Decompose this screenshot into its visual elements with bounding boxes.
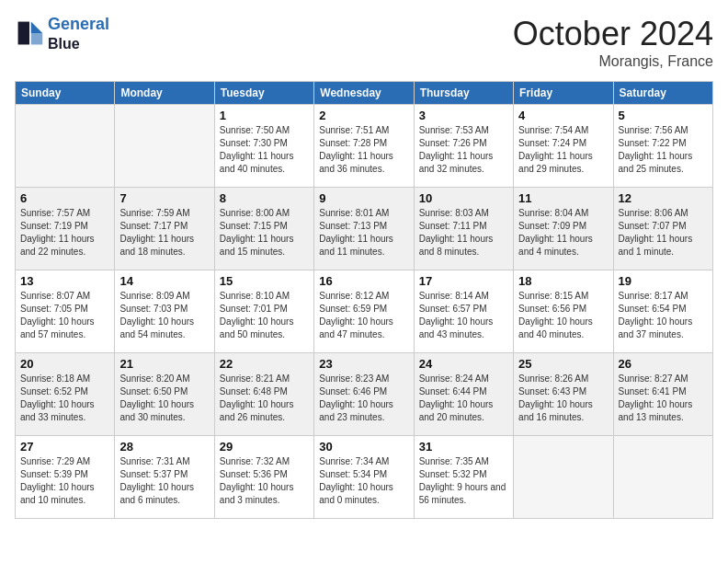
calendar-cell	[16, 105, 115, 188]
calendar: SundayMondayTuesdayWednesdayThursdayFrid…	[15, 81, 713, 519]
calendar-cell: 7Sunrise: 7:59 AMSunset: 7:17 PMDaylight…	[115, 188, 214, 270]
day-number: 28	[119, 440, 209, 454]
day-info: Sunrise: 7:54 AMSunset: 7:24 PMDaylight:…	[518, 124, 608, 176]
day-info: Sunrise: 8:10 AMSunset: 7:01 PMDaylight:…	[220, 290, 309, 341]
day-number: 17	[419, 274, 508, 288]
day-info: Sunrise: 7:59 AMSunset: 7:17 PMDaylight:…	[119, 207, 209, 259]
day-number: 3	[419, 109, 508, 122]
calendar-cell: 5Sunrise: 7:56 AMSunset: 7:22 PMDaylight…	[613, 105, 712, 188]
day-number: 9	[319, 191, 408, 205]
logo-general: General	[48, 15, 109, 33]
day-info: Sunrise: 7:31 AMSunset: 5:37 PMDaylight:…	[119, 455, 209, 507]
calendar-cell: 16Sunrise: 8:12 AMSunset: 6:59 PMDayligh…	[314, 270, 414, 353]
calendar-cell: 14Sunrise: 8:09 AMSunset: 7:03 PMDayligh…	[115, 270, 214, 353]
day-number: 24	[419, 357, 508, 371]
weekday-header-friday: Friday	[514, 82, 613, 105]
calendar-cell: 29Sunrise: 7:32 AMSunset: 5:36 PMDayligh…	[214, 436, 313, 519]
calendar-week-4: 20Sunrise: 8:18 AMSunset: 6:52 PMDayligh…	[16, 353, 713, 436]
day-info: Sunrise: 7:29 AMSunset: 5:39 PMDaylight:…	[20, 455, 109, 507]
calendar-week-5: 27Sunrise: 7:29 AMSunset: 5:39 PMDayligh…	[16, 436, 713, 519]
day-info: Sunrise: 8:09 AMSunset: 7:03 PMDaylight:…	[119, 290, 209, 341]
logo-text: General Blue	[48, 15, 109, 52]
day-number: 2	[319, 109, 408, 122]
calendar-cell: 21Sunrise: 8:20 AMSunset: 6:50 PMDayligh…	[115, 353, 214, 436]
day-info: Sunrise: 8:27 AMSunset: 6:41 PMDaylight:…	[619, 373, 708, 424]
day-info: Sunrise: 7:35 AMSunset: 5:32 PMDaylight:…	[419, 455, 508, 507]
calendar-cell: 2Sunrise: 7:51 AMSunset: 7:28 PMDaylight…	[314, 105, 414, 188]
day-info: Sunrise: 7:34 AMSunset: 5:34 PMDaylight:…	[319, 455, 408, 507]
month-title: October 2024	[513, 15, 713, 53]
calendar-cell: 25Sunrise: 8:26 AMSunset: 6:43 PMDayligh…	[514, 353, 613, 436]
calendar-week-2: 6Sunrise: 7:57 AMSunset: 7:19 PMDaylight…	[16, 188, 713, 270]
day-number: 21	[119, 357, 209, 371]
day-info: Sunrise: 8:24 AMSunset: 6:44 PMDaylight:…	[419, 373, 508, 424]
calendar-cell: 17Sunrise: 8:14 AMSunset: 6:57 PMDayligh…	[414, 270, 513, 353]
calendar-cell: 27Sunrise: 7:29 AMSunset: 5:39 PMDayligh…	[16, 436, 115, 519]
title-block: October 2024 Morangis, France	[513, 15, 713, 70]
day-number: 1	[220, 109, 309, 122]
calendar-cell: 9Sunrise: 8:01 AMSunset: 7:13 PMDaylight…	[314, 188, 414, 270]
calendar-cell: 22Sunrise: 8:21 AMSunset: 6:48 PMDayligh…	[214, 353, 313, 436]
day-number: 12	[619, 191, 708, 205]
day-number: 5	[619, 109, 708, 122]
calendar-cell: 24Sunrise: 8:24 AMSunset: 6:44 PMDayligh…	[414, 353, 513, 436]
calendar-cell: 4Sunrise: 7:54 AMSunset: 7:24 PMDaylight…	[514, 105, 613, 188]
calendar-cell: 3Sunrise: 7:53 AMSunset: 7:26 PMDaylight…	[414, 105, 513, 188]
day-info: Sunrise: 8:01 AMSunset: 7:13 PMDaylight:…	[319, 207, 408, 259]
day-info: Sunrise: 8:20 AMSunset: 6:50 PMDaylight:…	[119, 373, 209, 424]
weekday-header-wednesday: Wednesday	[314, 82, 414, 105]
day-info: Sunrise: 8:17 AMSunset: 6:54 PMDaylight:…	[619, 290, 708, 341]
logo-blue: Blue	[48, 35, 109, 52]
day-number: 4	[518, 109, 608, 122]
svg-rect-2	[18, 22, 29, 45]
day-number: 22	[220, 357, 309, 371]
calendar-cell: 6Sunrise: 7:57 AMSunset: 7:19 PMDaylight…	[16, 188, 115, 270]
day-info: Sunrise: 8:06 AMSunset: 7:07 PMDaylight:…	[619, 207, 708, 259]
day-number: 8	[220, 191, 309, 205]
day-info: Sunrise: 8:12 AMSunset: 6:59 PMDaylight:…	[319, 290, 408, 341]
calendar-cell: 13Sunrise: 8:07 AMSunset: 7:05 PMDayligh…	[16, 270, 115, 353]
day-info: Sunrise: 7:32 AMSunset: 5:36 PMDaylight:…	[220, 455, 309, 507]
day-info: Sunrise: 7:51 AMSunset: 7:28 PMDaylight:…	[319, 124, 408, 176]
weekday-header-thursday: Thursday	[414, 82, 513, 105]
calendar-cell: 31Sunrise: 7:35 AMSunset: 5:32 PMDayligh…	[414, 436, 513, 519]
weekday-header-tuesday: Tuesday	[214, 82, 313, 105]
day-info: Sunrise: 7:57 AMSunset: 7:19 PMDaylight:…	[20, 207, 109, 259]
calendar-cell: 20Sunrise: 8:18 AMSunset: 6:52 PMDayligh…	[16, 353, 115, 436]
day-number: 27	[20, 440, 109, 454]
calendar-week-1: 1Sunrise: 7:50 AMSunset: 7:30 PMDaylight…	[16, 105, 713, 188]
day-info: Sunrise: 8:03 AMSunset: 7:11 PMDaylight:…	[419, 207, 508, 259]
weekday-header-sunday: Sunday	[16, 82, 115, 105]
calendar-cell	[514, 436, 613, 519]
calendar-cell: 26Sunrise: 8:27 AMSunset: 6:41 PMDayligh…	[613, 353, 712, 436]
svg-marker-1	[31, 33, 42, 44]
calendar-cell: 23Sunrise: 8:23 AMSunset: 6:46 PMDayligh…	[314, 353, 414, 436]
calendar-week-3: 13Sunrise: 8:07 AMSunset: 7:05 PMDayligh…	[16, 270, 713, 353]
day-number: 7	[119, 191, 209, 205]
day-number: 20	[20, 357, 109, 371]
day-number: 29	[220, 440, 309, 454]
logo-icon	[15, 18, 44, 48]
day-info: Sunrise: 8:21 AMSunset: 6:48 PMDaylight:…	[220, 373, 309, 424]
day-info: Sunrise: 8:00 AMSunset: 7:15 PMDaylight:…	[220, 207, 309, 259]
day-number: 15	[220, 274, 309, 288]
day-info: Sunrise: 7:53 AMSunset: 7:26 PMDaylight:…	[419, 124, 508, 176]
day-info: Sunrise: 7:56 AMSunset: 7:22 PMDaylight:…	[619, 124, 708, 176]
calendar-cell: 19Sunrise: 8:17 AMSunset: 6:54 PMDayligh…	[613, 270, 712, 353]
calendar-cell: 10Sunrise: 8:03 AMSunset: 7:11 PMDayligh…	[414, 188, 513, 270]
day-info: Sunrise: 8:18 AMSunset: 6:52 PMDaylight:…	[20, 373, 109, 424]
day-info: Sunrise: 8:15 AMSunset: 6:56 PMDaylight:…	[518, 290, 608, 341]
day-number: 23	[319, 357, 408, 371]
weekday-header-row: SundayMondayTuesdayWednesdayThursdayFrid…	[16, 82, 713, 105]
calendar-cell: 15Sunrise: 8:10 AMSunset: 7:01 PMDayligh…	[214, 270, 313, 353]
day-number: 13	[20, 274, 109, 288]
day-number: 18	[518, 274, 608, 288]
day-number: 19	[619, 274, 708, 288]
day-info: Sunrise: 8:14 AMSunset: 6:57 PMDaylight:…	[419, 290, 508, 341]
day-number: 11	[518, 191, 608, 205]
day-number: 14	[119, 274, 209, 288]
day-info: Sunrise: 8:23 AMSunset: 6:46 PMDaylight:…	[319, 373, 408, 424]
calendar-cell: 1Sunrise: 7:50 AMSunset: 7:30 PMDaylight…	[214, 105, 313, 188]
day-info: Sunrise: 8:07 AMSunset: 7:05 PMDaylight:…	[20, 290, 109, 341]
day-number: 6	[20, 191, 109, 205]
